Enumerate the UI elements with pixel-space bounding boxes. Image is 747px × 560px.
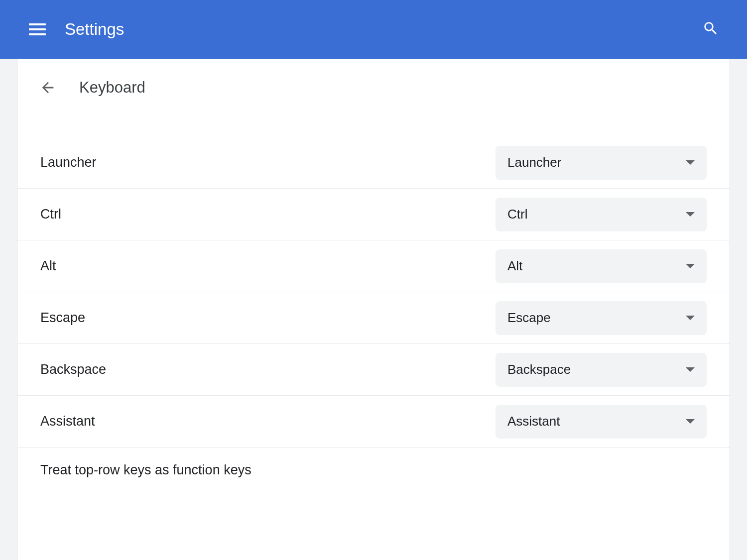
content-panel: Keyboard Launcher Launcher Ctrl Ctrl Alt xyxy=(17,59,730,560)
function-keys-toggle-row: Treat top-row keys as function keys xyxy=(17,448,730,478)
key-label: Alt xyxy=(40,258,56,274)
chevron-down-icon xyxy=(686,264,695,268)
key-row-ctrl: Ctrl Ctrl xyxy=(17,189,730,240)
dropdown-value: Ctrl xyxy=(507,207,527,222)
key-dropdown-assistant[interactable]: Assistant xyxy=(496,405,707,439)
key-dropdown-ctrl[interactable]: Ctrl xyxy=(496,198,707,231)
key-dropdown-launcher[interactable]: Launcher xyxy=(496,146,707,180)
content-wrapper: Keyboard Launcher Launcher Ctrl Ctrl Alt xyxy=(0,59,747,560)
dropdown-value: Escape xyxy=(507,310,551,326)
key-row-launcher: Launcher Launcher xyxy=(17,137,730,189)
app-header: Settings xyxy=(0,0,747,59)
key-label: Backspace xyxy=(40,362,106,377)
chevron-down-icon xyxy=(686,212,695,217)
chevron-down-icon xyxy=(686,367,695,372)
dropdown-value: Launcher xyxy=(507,155,561,170)
subheader: Keyboard xyxy=(17,59,730,125)
key-label: Launcher xyxy=(40,155,97,170)
key-row-escape: Escape Escape xyxy=(17,292,730,344)
dropdown-value: Assistant xyxy=(507,414,560,429)
key-label: Assistant xyxy=(40,414,95,429)
page-title: Keyboard xyxy=(79,79,145,97)
key-row-assistant: Assistant Assistant xyxy=(17,396,730,448)
key-dropdown-alt[interactable]: Alt xyxy=(496,249,707,283)
key-row-backspace: Backspace Backspace xyxy=(17,344,730,396)
dropdown-value: Backspace xyxy=(507,362,571,377)
back-arrow-icon[interactable] xyxy=(39,79,56,96)
toggle-label: Treat top-row keys as function keys xyxy=(40,462,251,478)
chevron-down-icon xyxy=(686,160,695,165)
menu-icon[interactable] xyxy=(29,23,46,35)
key-dropdown-backspace[interactable]: Backspace xyxy=(496,353,707,387)
dropdown-value: Alt xyxy=(507,258,522,274)
search-icon[interactable] xyxy=(702,20,719,39)
key-row-alt: Alt Alt xyxy=(17,240,730,292)
app-title: Settings xyxy=(65,20,124,39)
key-remap-list: Launcher Launcher Ctrl Ctrl Alt Alt xyxy=(17,136,730,448)
key-dropdown-escape[interactable]: Escape xyxy=(496,301,707,335)
chevron-down-icon xyxy=(686,316,695,320)
key-label: Escape xyxy=(40,310,85,326)
key-label: Ctrl xyxy=(40,207,61,222)
chevron-down-icon xyxy=(686,419,695,424)
